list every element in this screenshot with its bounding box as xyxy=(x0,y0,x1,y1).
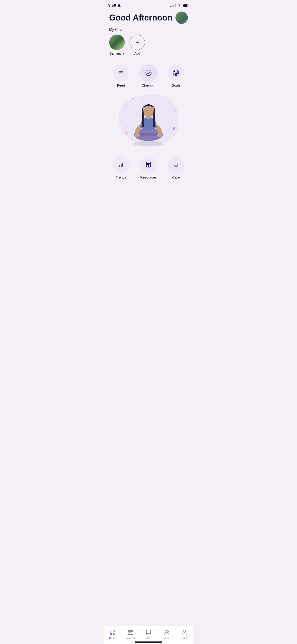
trends-button[interactable]: Trends xyxy=(113,156,130,179)
my-circle-label: My Circle xyxy=(104,26,194,34)
plus-icon: + xyxy=(136,40,139,45)
meditation-illustration: ✦ ✦ ✦ ✦ ✦ ♥ × × xyxy=(104,90,194,154)
svg-point-10 xyxy=(176,72,176,73)
svg-point-14 xyxy=(157,133,162,137)
feed-circle xyxy=(113,64,130,81)
samantha-avatar xyxy=(109,34,125,50)
status-bar: 3:56 xyxy=(104,0,194,9)
wifi-icon xyxy=(177,4,182,7)
svg-rect-18 xyxy=(119,165,120,167)
samantha-name: Samantha xyxy=(110,52,124,55)
feed-icon xyxy=(118,69,125,76)
svg-point-17 xyxy=(148,112,149,113)
status-time: 3:56 xyxy=(108,3,116,8)
status-icons xyxy=(170,4,189,7)
add-circle-ring: + xyxy=(130,34,145,50)
trends-circle xyxy=(113,156,130,173)
svg-point-13 xyxy=(135,133,140,137)
checkin-button[interactable]: Check-in xyxy=(140,64,157,87)
add-circle-button[interactable]: + Add xyxy=(130,34,145,55)
circle-row: Samantha + Add xyxy=(104,34,194,60)
care-circle xyxy=(168,156,184,173)
care-label: Care xyxy=(172,175,180,179)
sparkle-7: × xyxy=(177,122,178,124)
actions-row: Feed Check-in Goals xyxy=(104,60,194,90)
battery-icon xyxy=(183,4,189,7)
goals-circle xyxy=(168,64,184,81)
svg-rect-19 xyxy=(121,164,122,167)
bottom-actions-row: Trends Resources Care xyxy=(104,154,194,184)
goals-icon xyxy=(172,69,180,76)
avatar-image xyxy=(176,12,188,24)
sparkle-3: ✦ xyxy=(173,108,177,114)
mute-icon xyxy=(118,4,121,7)
goals-label: Goals xyxy=(172,84,180,87)
resources-button[interactable]: Resources xyxy=(140,156,157,179)
svg-rect-20 xyxy=(122,162,123,167)
checkin-label: Check-in xyxy=(142,84,155,87)
svg-rect-2 xyxy=(183,4,187,7)
sparkle-4: ✦ xyxy=(143,101,145,104)
user-avatar-button[interactable] xyxy=(176,12,188,24)
goals-button[interactable]: Goals xyxy=(168,64,184,87)
resources-label: Resources xyxy=(140,175,157,179)
heart-icon: ♥ xyxy=(172,126,175,131)
care-button[interactable]: Care xyxy=(168,156,184,179)
trends-label: Trends xyxy=(116,175,126,179)
sparkle-1: ✦ xyxy=(131,96,134,101)
checkin-icon xyxy=(145,69,152,76)
sparkle-5: ✦ xyxy=(124,130,128,136)
care-icon xyxy=(172,161,180,168)
resources-circle xyxy=(140,156,157,173)
sparkle-2: ✦ xyxy=(124,104,127,108)
resources-icon xyxy=(145,161,152,168)
trends-icon xyxy=(118,161,125,168)
meditation-svg xyxy=(126,94,172,147)
svg-point-6 xyxy=(146,70,151,76)
checkin-circle xyxy=(140,64,157,81)
add-label: Add xyxy=(134,52,140,55)
feed-label: Feed xyxy=(117,84,125,87)
svg-rect-22 xyxy=(148,166,149,167)
circle-member-samantha[interactable]: Samantha xyxy=(109,34,125,55)
feed-button[interactable]: Feed xyxy=(113,64,130,87)
svg-point-11 xyxy=(134,141,164,146)
sparkle-6: × xyxy=(120,120,121,122)
header: Good Afternoon xyxy=(104,9,194,26)
greeting-text: Good Afternoon xyxy=(109,13,172,22)
